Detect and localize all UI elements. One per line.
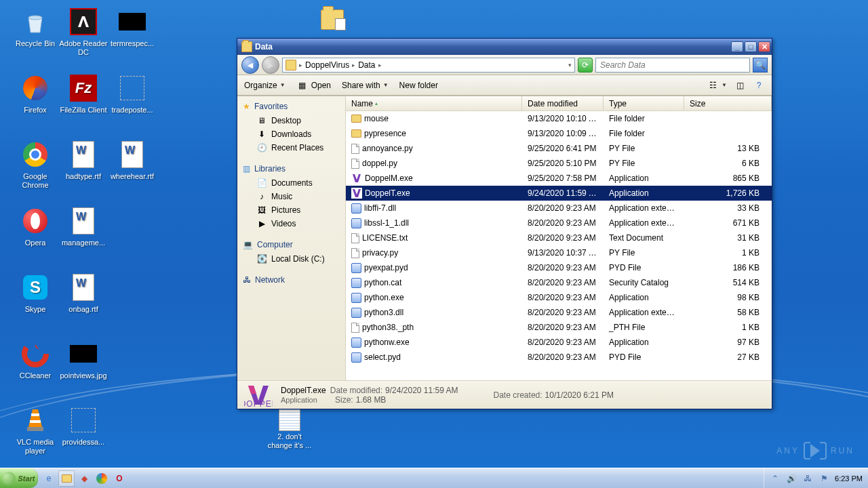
file-row[interactable]: doppel.py9/25/2020 5:10 PMPY File6 KB — [346, 156, 772, 171]
forward-button[interactable]: ► — [262, 56, 279, 74]
breadcrumb-segment[interactable]: Data — [358, 60, 375, 70]
new-folder-button[interactable]: New folder — [399, 81, 438, 90]
file-row[interactable]: DoppelT.exe9/24/2020 11:59 AMApplication… — [346, 186, 772, 201]
chevron-right-icon[interactable]: ▸ — [378, 62, 382, 68]
back-button[interactable]: ◄ — [241, 56, 259, 74]
file-row[interactable]: python.cat8/20/2020 9:23 AMSecurity Cata… — [346, 275, 772, 290]
address-bar[interactable]: ▸ DoppelVirus ▸ Data ▸ ▾ — [282, 58, 575, 73]
libraries-header[interactable]: ▥Libraries — [237, 161, 345, 176]
desktop-icon[interactable]: tradeposte... — [107, 72, 157, 115]
file-row[interactable]: pypresence9/13/2020 10:09 AMFile folder — [346, 126, 772, 141]
nav-recent[interactable]: 🕘Recent Places — [237, 141, 345, 155]
taskbar-explorer[interactable] — [58, 470, 75, 487]
col-size[interactable]: Size — [684, 96, 772, 110]
favorites-header[interactable]: Favorites — [237, 99, 345, 114]
desktop-icon[interactable]: Whadtype.rtf — [58, 138, 108, 181]
search-box[interactable] — [595, 58, 750, 73]
tray-volume-icon[interactable]: 🔊 — [786, 473, 797, 484]
view-icon: ☷ — [707, 80, 719, 91]
network-icon: 🖧 — [243, 275, 251, 285]
tray-expand-icon[interactable]: ⌃ — [770, 473, 781, 484]
share-menu[interactable]: Share with▼ — [342, 81, 389, 90]
taskbar-app[interactable]: ◆ — [76, 470, 92, 487]
nav-downloads[interactable]: ⬇Downloads — [237, 127, 345, 141]
nav-music[interactable]: ♪Music — [237, 190, 345, 203]
file-row[interactable]: DoppelM.exe9/25/2020 7:58 PMApplication8… — [346, 171, 772, 186]
taskbar: Start e ◆ O ⌃ 🔊 🖧 ⚑ 6:23 PM — [0, 468, 868, 488]
desktop-icon[interactable]: termrespec... — [107, 5, 157, 48]
col-type[interactable]: Type — [604, 96, 684, 110]
file-row[interactable]: select.pyd8/20/2020 9:23 AMPYD File27 KB — [346, 350, 772, 365]
file-row[interactable]: libssl-1_1.dll8/20/2020 9:23 AMApplicati… — [346, 216, 772, 230]
sort-asc-icon: ▴ — [375, 100, 378, 106]
details-pane: DOPPEL DoppelT.exe Date modified:9/24/20… — [237, 380, 772, 409]
desktop-icon[interactable]: Opera — [10, 205, 60, 247]
nav-bar: ◄ ► ▸ DoppelVirus ▸ Data ▸ ▾ ⟳ 🔍 — [237, 55, 772, 75]
chevron-right-icon[interactable]: ▸ — [299, 62, 302, 68]
folder-icon — [241, 41, 252, 52]
desktop-icon[interactable]: FzFileZilla Client — [58, 72, 108, 115]
anyrun-watermark: ANY RUN — [776, 442, 854, 460]
clock[interactable]: 6:23 PM — [835, 474, 863, 483]
file-row[interactable]: pyexpat.pyd8/20/2020 9:23 AMPYD File186 … — [346, 260, 772, 275]
desktop-icon[interactable]: Adobe Reader DC — [58, 5, 108, 57]
window-title: Data — [255, 42, 731, 52]
file-row[interactable]: python38._pth8/20/2020 9:23 AM_PTH File1… — [346, 320, 772, 335]
desktop-icon[interactable]: Google Chrome — [10, 138, 60, 190]
file-row[interactable]: privacy.py9/13/2020 10:37 AMPY File1 KB — [346, 245, 772, 260]
help-button[interactable]: ? — [753, 80, 765, 91]
col-name[interactable]: Name▴ — [346, 96, 522, 110]
file-row[interactable]: annoyance.py9/25/2020 6:41 PMPY File13 K… — [346, 141, 772, 156]
desktop-icon[interactable]: Wonbag.rtf — [58, 271, 108, 314]
windows-orb-icon — [2, 472, 16, 485]
file-row[interactable]: pythonw.exe8/20/2020 9:23 AMApplication9… — [346, 335, 772, 350]
file-rows[interactable]: mouse9/13/2020 10:10 AMFile folderpypres… — [346, 111, 772, 380]
svg-point-0 — [28, 16, 42, 20]
organize-menu[interactable]: Organize▼ — [244, 81, 285, 90]
start-button[interactable]: Start — [0, 468, 38, 488]
view-menu[interactable]: ☷▼ — [707, 80, 727, 91]
desktop-icon[interactable]: CCleaner — [10, 338, 60, 380]
network-header[interactable]: 🖧Network — [237, 272, 345, 287]
desktop-icon[interactable]: Wmanageme... — [58, 205, 108, 247]
nav-local-disk[interactable]: 💽Local Disk (C:) — [237, 252, 345, 266]
maximize-button[interactable]: □ — [745, 41, 757, 52]
computer-header[interactable]: 💻Computer — [237, 237, 345, 252]
computer-icon: 💻 — [243, 240, 253, 249]
libraries-icon: ▥ — [243, 164, 250, 174]
nav-pictures[interactable]: 🖼Pictures — [237, 203, 345, 217]
titlebar[interactable]: Data _ □ ✕ — [237, 39, 772, 55]
desktop-icon[interactable]: 2. don't change it's ... — [264, 404, 315, 450]
file-row[interactable]: python.exe8/20/2020 9:23 AMApplication98… — [346, 290, 772, 305]
close-button[interactable]: ✕ — [758, 41, 770, 52]
nav-documents[interactable]: 📄Documents — [237, 176, 345, 190]
breadcrumb-segment[interactable]: DoppelVirus — [305, 60, 349, 70]
desktop-icon[interactable]: providessa... — [58, 404, 108, 447]
refresh-button[interactable]: ⟳ — [578, 58, 593, 73]
desktop-icon[interactable]: SSkype — [10, 271, 60, 314]
nav-videos[interactable]: ▶Videos — [237, 217, 345, 230]
taskbar-opera[interactable]: O — [111, 470, 127, 487]
desktop-icon[interactable]: pointviews.jpg — [58, 338, 108, 380]
chevron-down-icon[interactable]: ▾ — [568, 62, 572, 68]
tray-network-icon[interactable]: 🖧 — [802, 473, 813, 484]
taskbar-chrome[interactable] — [94, 470, 110, 487]
preview-pane-button[interactable]: ◫ — [734, 80, 746, 91]
search-input[interactable] — [596, 60, 749, 70]
desktop-icon[interactable]: Firefox — [10, 72, 60, 115]
file-row[interactable]: libffi-7.dll8/20/2020 9:23 AMApplication… — [346, 201, 772, 216]
col-date[interactable]: Date modified — [522, 96, 604, 110]
taskbar-ie[interactable]: e — [41, 470, 57, 487]
desktop-icon[interactable]: Recycle Bin — [10, 5, 60, 48]
file-row[interactable]: LICENSE.txt8/20/2020 9:23 AMText Documen… — [346, 230, 772, 245]
file-row[interactable]: python3.dll8/20/2020 9:23 AMApplication … — [346, 305, 772, 320]
desktop-icon[interactable]: VLC media player — [10, 404, 60, 455]
search-button[interactable]: 🔍 — [753, 58, 768, 73]
chevron-right-icon[interactable]: ▸ — [352, 62, 355, 68]
nav-desktop[interactable]: 🖥Desktop — [237, 114, 345, 127]
open-button[interactable]: ▦Open — [296, 80, 331, 91]
desktop-icon[interactable]: Wwherehear.rtf — [107, 138, 157, 181]
tray-flag-icon[interactable]: ⚑ — [818, 473, 829, 484]
minimize-button[interactable]: _ — [731, 41, 743, 52]
file-row[interactable]: mouse9/13/2020 10:10 AMFile folder — [346, 111, 772, 126]
